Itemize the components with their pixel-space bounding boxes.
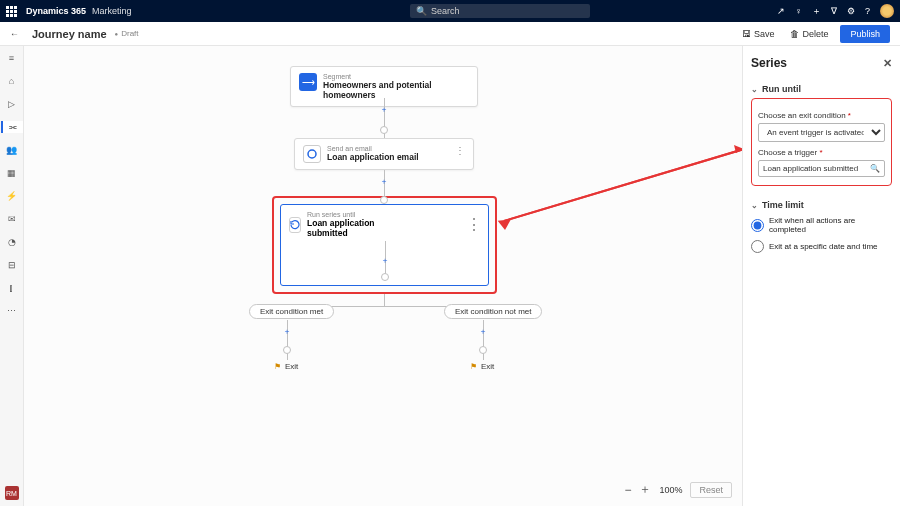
rail-chart-icon[interactable]: ⫿ [6, 282, 18, 294]
search-icon: 🔍 [416, 6, 427, 16]
radio-exit-all-actions[interactable]: Exit when all actions are completed [751, 216, 892, 234]
flag-icon-2: ⚑ [470, 362, 477, 371]
rail-db-icon[interactable]: ◔ [6, 236, 18, 248]
panel-close-button[interactable]: ✕ [883, 57, 892, 70]
rail-contacts-icon[interactable]: 👥 [6, 144, 18, 156]
delete-label: Delete [802, 29, 828, 39]
email-label: Send an email [327, 145, 419, 152]
trigger-lookup[interactable]: Loan application submitted 🔍 [758, 160, 885, 177]
email-icon [303, 145, 321, 163]
branch-met-dot [283, 346, 291, 354]
radio-label-1: Exit when all actions are completed [769, 216, 892, 234]
search-icon: 🔍 [870, 164, 880, 173]
series-add-step[interactable]: ＋ [380, 255, 390, 265]
panel-title: Series [751, 56, 787, 70]
add-step-button[interactable]: ＋ [379, 104, 389, 114]
left-nav-rail: ≡ ⌂ ▷ ⫘ 👥 ▦ ⚡ ✉ ◔ ⊟ ⫿ ⋯ RM [0, 46, 24, 506]
radio-input-2[interactable] [751, 240, 764, 253]
exit-label-notmet: Exit [481, 362, 494, 371]
back-button[interactable]: ← [10, 29, 24, 39]
bulb-icon[interactable]: ♀ [795, 6, 802, 16]
node-series[interactable]: Run series until Loan application submit… [280, 204, 489, 286]
branch-notmet-dot [479, 346, 487, 354]
run-until-highlight: Choose an exit condition * An event trig… [751, 98, 892, 186]
rail-user-badge[interactable]: RM [5, 486, 19, 500]
segment-value: Homeowners and potential homeowners [323, 80, 469, 100]
exit-met: ⚑ Exit [274, 362, 298, 371]
publish-label: Publish [850, 29, 880, 39]
properties-panel: Series ✕ ⌄ Run until Choose an exit cond… [742, 46, 900, 506]
radio-exit-date[interactable]: Exit at a specific date and time [751, 240, 892, 253]
zoom-out-button[interactable]: − [624, 483, 631, 497]
exit-notmet: ⚑ Exit [470, 362, 494, 371]
delete-button[interactable]: 🗑 Delete [786, 26, 832, 42]
publish-button[interactable]: Publish [840, 25, 890, 43]
section-time-label: Time limit [762, 200, 804, 210]
save-button[interactable]: 🖫 Save [738, 26, 779, 42]
trigger-value: Loan application submitted [763, 164, 858, 173]
zoom-percent: 100% [659, 485, 682, 495]
status-badge: Draft [115, 29, 139, 38]
svg-point-0 [308, 150, 316, 158]
segment-label: Segment [323, 73, 469, 80]
chevron-down-icon-2: ⌄ [751, 201, 758, 210]
save-icon: 🖫 [742, 29, 751, 39]
connector-dot-2 [380, 196, 388, 204]
exit-condition-label: Choose an exit condition * [758, 111, 885, 120]
series-more-icon[interactable]: ⋮ [466, 215, 482, 234]
series-label: Run series until [307, 211, 380, 218]
search-placeholder: Search [431, 6, 460, 16]
save-label: Save [754, 29, 775, 39]
email-value: Loan application email [327, 152, 419, 162]
exit-condition-select[interactable]: An event trigger is activated [758, 123, 885, 142]
chevron-down-icon: ⌄ [751, 85, 758, 94]
add-step-button-2[interactable]: ＋ [379, 176, 389, 186]
email-more-icon[interactable]: ⋮ [445, 145, 465, 156]
branch-notmet-add[interactable]: ＋ [478, 326, 488, 336]
share-icon[interactable]: ↗ [777, 6, 785, 16]
journey-canvas[interactable]: ⟶ Segment Homeowners and potential homeo… [24, 46, 742, 506]
brand-label: Dynamics 365 [26, 6, 86, 16]
app-launcher-icon[interactable] [6, 6, 20, 17]
branch-met-add[interactable]: ＋ [282, 326, 292, 336]
callout-arrow [494, 141, 742, 231]
svg-line-2 [504, 149, 742, 221]
radio-input-1[interactable] [751, 219, 764, 232]
section-time-limit[interactable]: ⌄ Time limit [751, 200, 892, 210]
branch-met-label: Exit condition met [249, 304, 334, 319]
connector-dot [380, 126, 388, 134]
flag-icon: ⚑ [274, 362, 281, 371]
global-search-input[interactable]: 🔍 Search [410, 4, 590, 18]
zoom-reset-button[interactable]: Reset [690, 482, 732, 498]
filter-icon[interactable]: ∇ [831, 6, 837, 16]
page-title: Journey name [32, 28, 107, 40]
rail-pipe-icon[interactable]: ⊟ [6, 259, 18, 271]
rail-event-icon[interactable]: ⚡ [6, 190, 18, 202]
rail-inbox-icon[interactable]: ✉ [6, 213, 18, 225]
zoom-in-button[interactable]: ＋ [639, 481, 651, 498]
settings-icon[interactable]: ⚙ [847, 6, 855, 16]
rail-assets-icon[interactable]: ▦ [6, 167, 18, 179]
user-avatar[interactable] [880, 4, 894, 18]
plus-icon[interactable]: ＋ [812, 5, 821, 18]
series-value: Loan application submitted [307, 218, 380, 238]
loop-icon [289, 217, 301, 233]
trash-icon: 🗑 [790, 29, 799, 39]
zoom-controls: − ＋ 100% Reset [624, 481, 732, 498]
module-label: Marketing [92, 6, 132, 16]
branch-notmet-label: Exit condition not met [444, 304, 542, 319]
trigger-label: Choose a trigger * [758, 148, 885, 157]
help-icon[interactable]: ? [865, 6, 870, 16]
section-run-until[interactable]: ⌄ Run until [751, 84, 892, 94]
section-run-label: Run until [762, 84, 801, 94]
segment-icon: ⟶ [299, 73, 317, 91]
rail-collapse-icon[interactable]: ≡ [6, 52, 18, 64]
rail-home-icon[interactable]: ⌂ [6, 75, 18, 87]
rail-more-icon[interactable]: ⋯ [6, 305, 18, 317]
exit-label-met: Exit [285, 362, 298, 371]
rail-play-icon[interactable]: ▷ [6, 98, 18, 110]
radio-label-2: Exit at a specific date and time [769, 242, 878, 251]
rail-journey-icon[interactable]: ⫘ [1, 121, 23, 133]
series-end-dot [381, 273, 389, 281]
node-email[interactable]: Send an email Loan application email ⋮ [294, 138, 474, 170]
